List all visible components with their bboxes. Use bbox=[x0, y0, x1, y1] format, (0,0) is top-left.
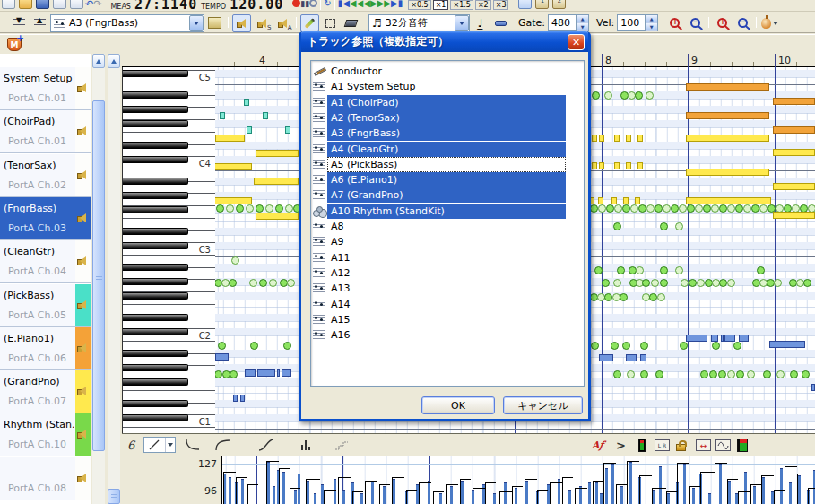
track-down-icon[interactable]: ▼ bbox=[10, 14, 29, 32]
note-circle[interactable] bbox=[646, 91, 654, 100]
note-circle[interactable] bbox=[229, 279, 237, 287]
note-circle[interactable] bbox=[591, 342, 599, 350]
note-circle[interactable] bbox=[687, 204, 695, 213]
note-bar[interactable] bbox=[247, 126, 252, 134]
note-circle[interactable] bbox=[790, 370, 798, 378]
note-bar[interactable] bbox=[626, 162, 631, 169]
pencil-tool-button[interactable] bbox=[300, 14, 319, 32]
dialog-track-item[interactable]: A1 (ChoirPad) bbox=[311, 95, 584, 111]
note-circle[interactable] bbox=[285, 204, 293, 213]
chevron-down-icon[interactable] bbox=[165, 438, 175, 452]
dialog-track-item[interactable]: A4 (CleanGtr) bbox=[311, 142, 584, 158]
note-circle[interactable] bbox=[216, 204, 224, 213]
note-circle[interactable] bbox=[655, 204, 663, 213]
line-tool-selector[interactable] bbox=[143, 437, 176, 453]
track-scrollbar-thumb[interactable] bbox=[92, 100, 105, 451]
note-bar[interactable] bbox=[277, 369, 280, 377]
speaker-icon[interactable] bbox=[77, 213, 88, 223]
note-circle[interactable] bbox=[592, 91, 600, 100]
span-button[interactable]: ↔ bbox=[696, 437, 711, 453]
speaker-icon[interactable] bbox=[77, 429, 88, 439]
note-bar[interactable] bbox=[773, 183, 815, 190]
accent-button[interactable]: > bbox=[616, 437, 626, 453]
note-circle[interactable] bbox=[649, 293, 657, 301]
vel-value[interactable]: 100 bbox=[618, 15, 645, 30]
piano-key-black[interactable] bbox=[123, 292, 188, 300]
save-icon[interactable] bbox=[36, 0, 49, 9]
note-circle[interactable] bbox=[622, 204, 630, 213]
piano-key-black[interactable] bbox=[123, 378, 188, 386]
note-circle[interactable] bbox=[598, 204, 606, 213]
note-circle[interactable] bbox=[660, 222, 668, 230]
note-bar[interactable] bbox=[215, 135, 245, 142]
speaker-icon[interactable] bbox=[77, 300, 88, 310]
note-circle[interactable] bbox=[700, 370, 708, 378]
track-row[interactable]: (E.Piano1)PortA Ch.06 bbox=[0, 327, 91, 370]
note-circle[interactable] bbox=[757, 266, 765, 274]
piano-key-black[interactable] bbox=[123, 278, 188, 285]
note-bar[interactable] bbox=[614, 162, 620, 169]
note-circle[interactable] bbox=[655, 370, 663, 378]
note-circle[interactable] bbox=[236, 204, 244, 213]
note-circle[interactable] bbox=[736, 370, 744, 378]
note-bar[interactable] bbox=[626, 135, 631, 142]
note-circle[interactable] bbox=[743, 204, 751, 213]
note-bar[interactable] bbox=[637, 162, 643, 169]
note-circle[interactable] bbox=[711, 204, 719, 213]
piano-key-black[interactable] bbox=[123, 120, 188, 127]
note-bar[interactable] bbox=[721, 335, 724, 342]
note-circle[interactable] bbox=[719, 279, 727, 287]
note-bar[interactable] bbox=[623, 197, 629, 204]
note-bar[interactable] bbox=[245, 369, 256, 377]
dialog-track-item[interactable]: Conductor bbox=[311, 64, 584, 80]
note-circle[interactable] bbox=[275, 204, 283, 213]
piano-key-black[interactable] bbox=[123, 228, 188, 235]
dialog-track-item[interactable]: A11 bbox=[311, 250, 584, 266]
note-bar[interactable] bbox=[598, 197, 603, 204]
note-bar[interactable] bbox=[635, 197, 640, 204]
note-circle[interactable] bbox=[642, 279, 650, 287]
note-bar[interactable] bbox=[256, 213, 299, 220]
track-row[interactable]: PortA Ch.08 bbox=[0, 457, 91, 500]
play-icon[interactable]: ▶ bbox=[370, 0, 377, 8]
speaker-icon[interactable] bbox=[77, 343, 88, 353]
note-circle[interactable] bbox=[657, 293, 665, 301]
note-circle[interactable] bbox=[727, 279, 735, 287]
note-circle[interactable] bbox=[646, 204, 655, 213]
note-circle[interactable] bbox=[703, 204, 711, 213]
open-file-icon[interactable] bbox=[19, 0, 32, 9]
note-circle[interactable] bbox=[638, 204, 646, 213]
curve-r-button[interactable] bbox=[215, 437, 231, 453]
speaker-icon[interactable] bbox=[77, 83, 88, 93]
vel-spinner[interactable]: 100 ▲▼ bbox=[617, 14, 658, 31]
note-bar[interactable] bbox=[215, 353, 229, 361]
note-circle[interactable] bbox=[611, 342, 619, 350]
note-bar[interactable] bbox=[686, 197, 771, 204]
loop-icon[interactable]: ↻ bbox=[324, 0, 331, 8]
note-circle[interactable] bbox=[640, 342, 648, 350]
rewind-icon[interactable]: ◀◀ bbox=[350, 0, 363, 8]
dialog-track-item[interactable]: A5 (PickBass) bbox=[311, 157, 584, 173]
note-bar[interactable] bbox=[592, 162, 597, 169]
note-bar[interactable] bbox=[773, 212, 815, 219]
bar-input-button[interactable] bbox=[491, 14, 510, 32]
zoom-out-horizontal-button[interactable]: − bbox=[686, 14, 705, 32]
note-circle[interactable] bbox=[660, 266, 668, 274]
note-circle[interactable] bbox=[727, 204, 735, 213]
note-circle[interactable] bbox=[630, 204, 638, 213]
vel-spin-buttons[interactable]: ▲▼ bbox=[645, 15, 657, 30]
speed-x1-button[interactable]: ×1 bbox=[433, 0, 449, 10]
track-row[interactable]: (TenorSax)PortA Ch.02 bbox=[0, 154, 91, 197]
note-circle[interactable] bbox=[735, 204, 743, 213]
velocity-bar[interactable] bbox=[588, 482, 591, 504]
dialog-track-item[interactable]: A10 Rhythm (StandKit) bbox=[311, 204, 584, 220]
note-circle[interactable] bbox=[226, 204, 234, 213]
speaker-icon[interactable] bbox=[77, 386, 88, 396]
piano-key-black[interactable] bbox=[123, 178, 188, 185]
dialog-track-item[interactable]: A15 bbox=[311, 312, 584, 328]
note-bar[interactable] bbox=[686, 335, 707, 342]
note-circle[interactable] bbox=[803, 279, 811, 287]
note-circle[interactable] bbox=[679, 204, 687, 213]
piano-key-black[interactable] bbox=[123, 328, 188, 335]
note-bar[interactable] bbox=[773, 149, 815, 156]
